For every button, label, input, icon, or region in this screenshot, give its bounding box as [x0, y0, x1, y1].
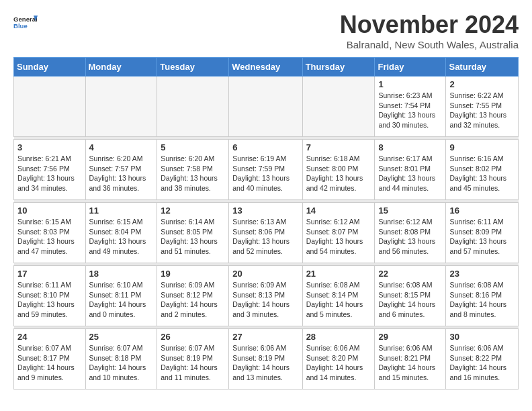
- col-wednesday: Wednesday: [229, 58, 302, 77]
- table-cell: 17 Sunrise: 6:11 AM Sunset: 8:10 PM Dayl…: [14, 266, 86, 326]
- col-monday: Monday: [85, 58, 157, 77]
- daylight-label: Daylight: 13 hours and 34 minutes.: [17, 174, 75, 192]
- day-number: 16: [449, 205, 515, 216]
- sunset-label: Sunset: 8:17 PM: [17, 354, 70, 362]
- sunset-label: Sunset: 7:57 PM: [89, 165, 142, 173]
- col-sunday: Sunday: [14, 58, 86, 77]
- day-number: 3: [17, 142, 82, 152]
- calendar-table: Sunday Monday Tuesday Wednesday Thursday…: [13, 57, 519, 390]
- col-thursday: Thursday: [302, 58, 375, 77]
- day-info: Sunrise: 6:18 AM Sunset: 8:00 PM Dayligh…: [306, 154, 371, 193]
- table-cell: [229, 77, 302, 137]
- sunrise-label: Sunrise: 6:06 AM: [378, 344, 432, 352]
- daylight-label: Daylight: 14 hours and 8 minutes.: [449, 300, 506, 318]
- sunset-label: Sunset: 7:59 PM: [232, 165, 285, 173]
- table-cell: 18 Sunrise: 6:10 AM Sunset: 8:11 PM Dayl…: [85, 266, 157, 326]
- page-header: General Blue November 2024 Balranald, Ne…: [13, 11, 519, 50]
- sunrise-label: Sunrise: 6:19 AM: [232, 154, 286, 163]
- day-info: Sunrise: 6:08 AM Sunset: 8:16 PM Dayligh…: [449, 280, 515, 320]
- sunset-label: Sunset: 8:00 PM: [306, 165, 359, 173]
- day-number: 28: [306, 332, 371, 342]
- sunrise-label: Sunrise: 6:15 AM: [89, 218, 143, 226]
- sunrise-label: Sunrise: 6:08 AM: [449, 281, 503, 289]
- col-friday: Friday: [375, 58, 446, 77]
- day-number: 9: [449, 142, 515, 152]
- sunrise-label: Sunrise: 6:21 AM: [17, 154, 71, 163]
- daylight-label: Daylight: 14 hours and 11 minutes.: [161, 363, 218, 381]
- daylight-label: Daylight: 13 hours and 52 minutes.: [232, 237, 290, 255]
- table-cell: 3 Sunrise: 6:21 AM Sunset: 7:56 PM Dayli…: [14, 140, 86, 200]
- table-cell: 12 Sunrise: 6:14 AM Sunset: 8:05 PM Dayl…: [157, 203, 229, 263]
- daylight-label: Daylight: 14 hours and 0 minutes.: [89, 300, 146, 318]
- calendar-header-row: Sunday Monday Tuesday Wednesday Thursday…: [14, 58, 519, 77]
- daylight-label: Daylight: 14 hours and 2 minutes.: [161, 300, 218, 318]
- day-number: 14: [306, 205, 371, 216]
- day-number: 19: [161, 269, 225, 279]
- sunset-label: Sunset: 8:19 PM: [232, 354, 285, 362]
- day-info: Sunrise: 6:19 AM Sunset: 7:59 PM Dayligh…: [232, 154, 298, 193]
- sunset-label: Sunset: 8:18 PM: [89, 354, 142, 362]
- col-tuesday: Tuesday: [157, 58, 229, 77]
- daylight-label: Daylight: 13 hours and 32 minutes.: [449, 111, 506, 129]
- day-number: 18: [89, 269, 154, 279]
- col-saturday: Saturday: [446, 58, 519, 77]
- table-cell: 28 Sunrise: 6:06 AM Sunset: 8:20 PM Dayl…: [302, 329, 375, 390]
- table-cell: 26 Sunrise: 6:07 AM Sunset: 8:19 PM Dayl…: [157, 329, 229, 390]
- table-cell: 13 Sunrise: 6:13 AM Sunset: 8:06 PM Dayl…: [229, 203, 302, 263]
- day-info: Sunrise: 6:07 AM Sunset: 8:19 PM Dayligh…: [161, 343, 225, 383]
- sunrise-label: Sunrise: 6:07 AM: [89, 344, 143, 352]
- daylight-label: Daylight: 14 hours and 10 minutes.: [89, 363, 146, 381]
- sunrise-label: Sunrise: 6:17 AM: [378, 154, 432, 163]
- day-info: Sunrise: 6:21 AM Sunset: 7:56 PM Dayligh…: [17, 154, 82, 193]
- table-cell: 8 Sunrise: 6:17 AM Sunset: 8:01 PM Dayli…: [375, 140, 446, 200]
- table-cell: 19 Sunrise: 6:09 AM Sunset: 8:12 PM Dayl…: [157, 266, 229, 326]
- day-number: 7: [306, 142, 371, 152]
- day-number: 10: [17, 205, 82, 216]
- table-cell: 11 Sunrise: 6:15 AM Sunset: 8:04 PM Dayl…: [85, 203, 157, 263]
- day-info: Sunrise: 6:08 AM Sunset: 8:14 PM Dayligh…: [306, 280, 371, 320]
- daylight-label: Daylight: 14 hours and 9 minutes.: [17, 363, 75, 381]
- sunset-label: Sunset: 8:11 PM: [89, 291, 142, 299]
- table-cell: 1 Sunrise: 6:23 AM Sunset: 7:54 PM Dayli…: [375, 77, 446, 137]
- sunrise-label: Sunrise: 6:06 AM: [232, 344, 286, 352]
- day-number: 11: [89, 205, 154, 216]
- day-number: 4: [89, 142, 154, 152]
- sunset-label: Sunset: 8:02 PM: [449, 165, 502, 173]
- sunset-label: Sunset: 8:06 PM: [232, 228, 285, 236]
- sunset-label: Sunset: 8:13 PM: [232, 291, 285, 299]
- title-block: November 2024 Balranald, New South Wales…: [340, 11, 519, 50]
- day-info: Sunrise: 6:07 AM Sunset: 8:17 PM Dayligh…: [17, 343, 82, 383]
- daylight-label: Daylight: 13 hours and 57 minutes.: [449, 237, 506, 255]
- sunset-label: Sunset: 8:05 PM: [161, 228, 213, 236]
- sunrise-label: Sunrise: 6:11 AM: [449, 218, 503, 226]
- daylight-label: Daylight: 13 hours and 51 minutes.: [161, 237, 218, 255]
- day-number: 29: [378, 332, 442, 342]
- table-cell: 10 Sunrise: 6:15 AM Sunset: 8:03 PM Dayl…: [14, 203, 86, 263]
- day-number: 1: [378, 79, 442, 89]
- sunset-label: Sunset: 8:14 PM: [306, 291, 359, 299]
- day-info: Sunrise: 6:23 AM Sunset: 7:54 PM Dayligh…: [378, 91, 442, 130]
- daylight-label: Daylight: 14 hours and 15 minutes.: [378, 363, 435, 381]
- daylight-label: Daylight: 14 hours and 3 minutes.: [232, 300, 290, 318]
- day-info: Sunrise: 6:11 AM Sunset: 8:10 PM Dayligh…: [17, 280, 82, 320]
- day-number: 5: [161, 142, 225, 152]
- day-number: 30: [449, 332, 515, 342]
- daylight-label: Daylight: 13 hours and 38 minutes.: [161, 174, 218, 192]
- sunrise-label: Sunrise: 6:08 AM: [378, 281, 432, 289]
- sunrise-label: Sunrise: 6:09 AM: [232, 281, 286, 289]
- table-cell: 5 Sunrise: 6:20 AM Sunset: 7:58 PM Dayli…: [157, 140, 229, 200]
- day-number: 12: [161, 205, 225, 216]
- sunset-label: Sunset: 7:56 PM: [17, 165, 70, 173]
- sunset-label: Sunset: 8:20 PM: [306, 354, 359, 362]
- sunset-label: Sunset: 8:04 PM: [89, 228, 142, 236]
- table-cell: [302, 77, 375, 137]
- sunrise-label: Sunrise: 6:13 AM: [232, 218, 286, 226]
- logo-svg: General Blue: [13, 11, 38, 35]
- sunrise-label: Sunrise: 6:23 AM: [378, 91, 432, 99]
- day-number: 15: [378, 205, 442, 216]
- table-cell: [85, 77, 157, 137]
- sunrise-label: Sunrise: 6:14 AM: [161, 218, 214, 226]
- day-number: 2: [449, 79, 515, 89]
- day-number: 6: [232, 142, 298, 152]
- day-info: Sunrise: 6:15 AM Sunset: 8:04 PM Dayligh…: [89, 217, 154, 257]
